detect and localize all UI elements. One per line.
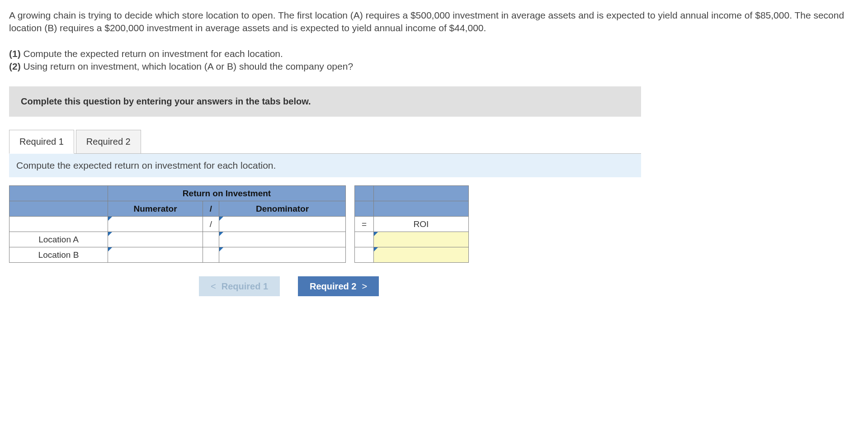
slash-a <box>203 232 219 247</box>
location-a-roi-input[interactable] <box>374 232 469 247</box>
tabs-row: Required 1 Required 2 <box>9 129 859 153</box>
tab-required-2[interactable]: Required 2 <box>76 130 141 154</box>
chevron-left-icon: < <box>211 281 216 292</box>
header-blank-eq2 <box>355 201 374 217</box>
q2-number: (2) <box>9 61 21 71</box>
header-blank-eq <box>355 186 374 201</box>
header-blank-roi <box>374 186 469 201</box>
question-list: (1) Compute the expected return on inves… <box>9 47 859 73</box>
next-label: Required 2 <box>310 281 356 292</box>
header-return-on-investment: Return on Investment <box>108 186 346 201</box>
numerator-label-input[interactable] <box>108 217 203 232</box>
header-blank-1 <box>9 186 108 201</box>
roi-label: ROI <box>374 217 469 232</box>
equals-a <box>355 232 374 247</box>
prev-required-button: < Required 1 <box>199 276 280 296</box>
location-b-roi-input[interactable] <box>374 247 469 263</box>
roi-table: Return on Investment Numerator / Denomin… <box>9 185 469 263</box>
location-a-denominator-input[interactable] <box>219 232 346 247</box>
tab-required-1[interactable]: Required 1 <box>9 130 74 154</box>
equals-cell: = <box>355 217 374 232</box>
q1-text: Compute the expected return on investmen… <box>21 48 283 59</box>
nav-buttons: < Required 1 Required 2 > <box>199 276 859 296</box>
slash-b <box>203 247 219 263</box>
q2-text: Using return on investment, which locati… <box>21 61 353 71</box>
instruction-bar: Complete this question by entering your … <box>9 86 641 117</box>
header-denominator: Denominator <box>219 201 346 217</box>
header-blank-roi2 <box>374 201 469 217</box>
header-numerator: Numerator <box>108 201 203 217</box>
location-b-denominator-input[interactable] <box>219 247 346 263</box>
denominator-label-input[interactable] <box>219 217 346 232</box>
row-location-a: Location A <box>9 232 108 247</box>
slash-cell: / <box>203 217 219 232</box>
location-a-numerator-input[interactable] <box>108 232 203 247</box>
header-blank-2 <box>9 201 108 217</box>
row-location-b: Location B <box>9 247 108 263</box>
header-slash: / <box>203 201 219 217</box>
q1-number: (1) <box>9 48 21 59</box>
next-required-button[interactable]: Required 2 > <box>298 276 379 296</box>
location-b-numerator-input[interactable] <box>108 247 203 263</box>
problem-statement: A growing chain is trying to decide whic… <box>9 9 859 35</box>
tab-instruction: Compute the expected return on investmen… <box>9 153 641 177</box>
prev-label: Required 1 <box>222 281 268 292</box>
equals-b <box>355 247 374 263</box>
row-blank-label <box>9 217 108 232</box>
chevron-right-icon: > <box>362 281 367 292</box>
